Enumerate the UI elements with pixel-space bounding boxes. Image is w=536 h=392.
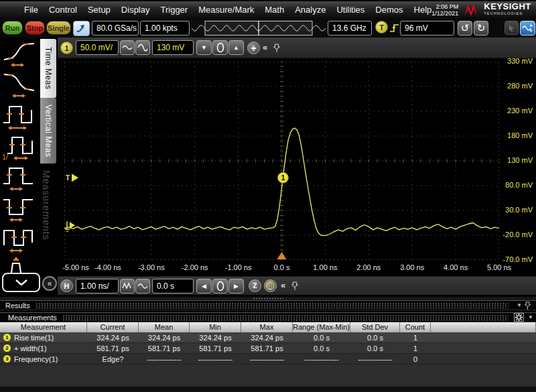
channel-offset-field[interactable]: 130 mV: [152, 40, 194, 55]
negative-width-icon[interactable]: [1, 193, 38, 224]
trigger-level-marker[interactable]: [72, 174, 78, 182]
measurement-name: + width(1): [14, 344, 47, 352]
column-header-measurement[interactable]: Measurement: [0, 322, 87, 332]
column-header-min[interactable]: Min: [190, 322, 241, 332]
menu-item-utilities[interactable]: Utilities: [336, 5, 364, 15]
zoom-mode-button[interactable]: Z: [249, 279, 261, 292]
memory-depth-field[interactable]: 1.00 kpts: [140, 21, 190, 36]
frequency-icon[interactable]: 1/: [1, 131, 38, 162]
channel1-badge[interactable]: 1: [60, 42, 73, 54]
column-header-count[interactable]: Count: [400, 322, 431, 332]
results-bar[interactable]: Results ▼: [0, 300, 536, 310]
menu-item-help[interactable]: Help: [414, 5, 432, 15]
pointer-tool-button[interactable]: [505, 21, 519, 35]
trigger-level-field[interactable]: 96 mV: [400, 21, 454, 36]
positive-width-icon[interactable]: [1, 162, 38, 193]
globe-button[interactable]: [264, 279, 277, 292]
hpos-zero-button[interactable]: [212, 279, 228, 293]
pin-icon[interactable]: [291, 281, 298, 290]
offset-down-button[interactable]: ▼: [196, 40, 212, 55]
stop-button[interactable]: Stop: [25, 21, 45, 35]
bandwidth-field[interactable]: 13.6 GHz: [328, 21, 372, 36]
scale-larger-button[interactable]: [135, 40, 150, 55]
pin-icon[interactable]: [273, 44, 280, 52]
menu-item-demos[interactable]: Demos: [375, 5, 403, 15]
offset-zero-button[interactable]: [212, 40, 228, 55]
pin-icon[interactable]: [525, 302, 531, 310]
autoscale-button[interactable]: [73, 21, 90, 36]
channel-scale-field[interactable]: 50.0 mV/: [76, 40, 119, 55]
trigger-badge[interactable]: T: [375, 21, 388, 34]
tab-time-meas[interactable]: Time Meas: [40, 39, 56, 98]
menu-item-display[interactable]: Display: [121, 5, 150, 15]
more-measurements-button[interactable]: [2, 273, 40, 292]
measurements-panel-bar[interactable]: Measurements ▼: [0, 312, 536, 322]
splitter-grip[interactable]: [253, 298, 283, 300]
waveform-plot[interactable]: T1: [64, 62, 499, 260]
acquisition-preview[interactable]: [192, 20, 326, 36]
cell-std: 0.0 s: [350, 334, 400, 342]
cell-count: 1: [400, 334, 431, 342]
duty-cycle-icon[interactable]: [1, 224, 38, 255]
hpos-left-button[interactable]: ◀: [196, 279, 212, 293]
ground-marker[interactable]: [70, 222, 75, 228]
brand-name: KEYSIGHT: [484, 3, 531, 10]
x-axis-label: -5.00 ns: [62, 263, 89, 271]
menu-item-setup[interactable]: Setup: [88, 5, 111, 15]
column-header-std-dev[interactable]: Std Dev: [350, 322, 400, 332]
hscale-compress-button[interactable]: [120, 279, 135, 293]
acquisition-toolbar: Run Stop Single 80.0 GSa/s 1.00 kpts 13.…: [0, 18, 536, 38]
dense-wave-icon: [122, 282, 133, 290]
keysight-logo: KEYSIGHT TECHNOLOGIES: [464, 3, 536, 17]
oscilloscope-app: FileControlSetupDisplayTriggerMeasure/Ma…: [0, 0, 536, 392]
empty-panel-area: [0, 365, 536, 387]
keysight-spark-icon: [464, 3, 481, 17]
bottom-strip: [0, 387, 536, 392]
horizontal-scale-field[interactable]: 1.00 ns/: [76, 279, 119, 293]
window-titlebar: FileControlSetupDisplayTriggerMeasure/Ma…: [0, 0, 536, 18]
clock-date: 1/12/2021: [431, 10, 458, 17]
menu-item-analyze[interactable]: Analyze: [295, 5, 326, 15]
horizontal-badge[interactable]: H: [60, 279, 73, 292]
y-axis-label: 30.0 mV: [496, 206, 533, 214]
measurements-settings-button[interactable]: [514, 313, 524, 322]
rise-time-icon[interactable]: [1, 39, 38, 70]
collapse-results-arrow[interactable]: ▼: [517, 302, 522, 308]
menu-item-trigger[interactable]: Trigger: [160, 5, 188, 15]
horizontal-position-field[interactable]: 0.0 s: [152, 279, 194, 293]
column-header-mean[interactable]: Mean: [139, 322, 190, 332]
measurements-menu-arrow[interactable]: ▼: [528, 314, 533, 320]
sample-rate-field[interactable]: 80.0 GSa/s: [92, 21, 139, 36]
period-icon[interactable]: [1, 101, 38, 131]
fall-time-icon[interactable]: [1, 70, 38, 101]
dotted-leader: [36, 303, 509, 308]
tab-vertical-meas[interactable]: Vertical Meas: [40, 98, 56, 164]
column-header-max[interactable]: Max: [241, 322, 293, 332]
single-button[interactable]: Single: [46, 21, 71, 35]
run-button[interactable]: Run: [2, 21, 23, 35]
menu-item-measure-mark[interactable]: Measure/Mark: [198, 5, 254, 15]
column-header-range-max-min-[interactable]: Range (Max-Min): [293, 322, 350, 332]
touch-toggle-button[interactable]: [520, 21, 535, 36]
redo-button[interactable]: ↻: [474, 21, 488, 36]
trigger-time-marker[interactable]: [277, 252, 287, 259]
hpos-right-button[interactable]: ▶: [228, 279, 244, 293]
cell-count: 1: [400, 344, 431, 352]
offset-up-button[interactable]: ▲: [228, 40, 244, 55]
menu-item-file[interactable]: File: [24, 5, 38, 15]
hscale-expand-button[interactable]: [135, 279, 150, 293]
measurement-row-rise-time-1-[interactable]: 1Rise time(1)324.24 ps324.24 ps324.24 ps…: [0, 332, 536, 343]
cell-min: 581.71 ps: [190, 344, 241, 352]
scale-smaller-button[interactable]: [120, 40, 135, 55]
column-header-current[interactable]: Current: [87, 322, 139, 332]
menu-item-control[interactable]: Control: [49, 5, 77, 15]
measurement-row--width-1-[interactable]: 2+ width(1)581.71 ps581.71 ps581.71 ps58…: [0, 343, 536, 354]
collapse-sidebar-button[interactable]: «: [42, 276, 57, 291]
measurement-row-frequency-1-[interactable]: 3Frequency(1)Edge?----------------------…: [0, 354, 536, 365]
collapse-horizontal-controls[interactable]: «: [281, 280, 285, 290]
x-axis-label: -1.00 ns: [225, 263, 252, 271]
collapse-channel-controls[interactable]: «: [263, 42, 267, 52]
menu-item-math[interactable]: Math: [265, 5, 284, 15]
undo-button[interactable]: ↺: [458, 21, 472, 36]
add-waveform-button[interactable]: +: [247, 42, 260, 54]
